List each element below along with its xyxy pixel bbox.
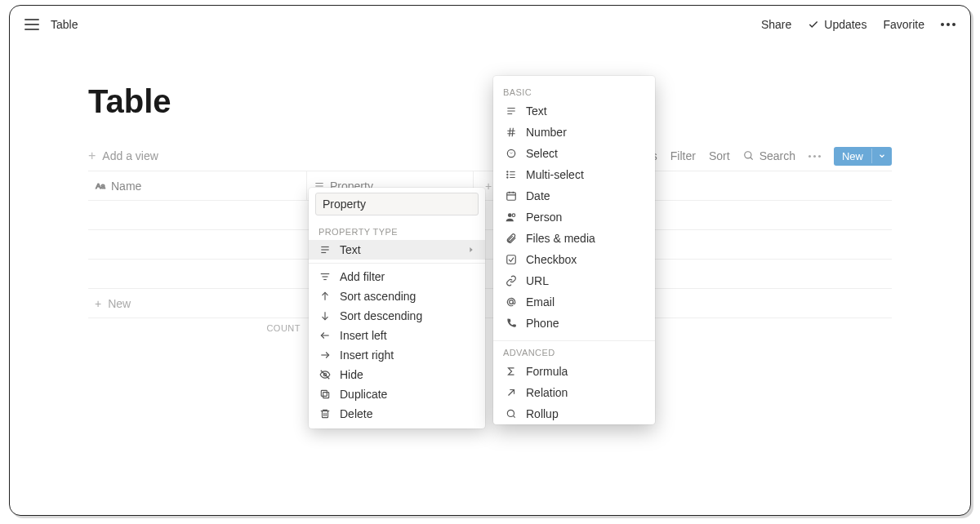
add-view-label: Add a view [102, 149, 158, 162]
svg-rect-19 [323, 393, 329, 398]
svg-line-1 [750, 158, 752, 160]
type-url[interactable]: URL [493, 270, 655, 291]
svg-line-30 [512, 128, 513, 137]
count-cell[interactable]: COUNT [88, 318, 307, 338]
select-icon [505, 148, 518, 159]
more-icon[interactable] [941, 23, 956, 26]
property-type-selector[interactable]: Text [309, 240, 485, 260]
topbar: Table Share Updates Favorite [10, 6, 970, 42]
title-icon: Aa [95, 180, 106, 192]
type-multi-select[interactable]: Multi-select [493, 164, 655, 185]
arrow-up-right-icon [505, 387, 518, 398]
column-name[interactable]: Aa Name [88, 171, 307, 200]
menu-item-label: Select [526, 147, 558, 160]
property-type-label: Text [340, 243, 361, 256]
type-email[interactable]: Email [493, 291, 655, 313]
plus-icon: + [88, 149, 96, 163]
svg-rect-21 [323, 411, 328, 418]
table-row[interactable] [88, 230, 892, 260]
type-date[interactable]: Date [493, 185, 655, 206]
plus-icon: + [485, 180, 492, 193]
property-type-submenu: BASIC Text Number Select Multi-select Da… [493, 76, 655, 424]
overflow-icon[interactable] [808, 155, 821, 158]
search-button[interactable]: Search [743, 149, 795, 162]
property-name-input[interactable] [315, 193, 479, 215]
menu-item-label: Number [526, 126, 567, 139]
sigma-icon [505, 366, 518, 377]
new-button-caret[interactable] [871, 149, 892, 163]
sort-button[interactable]: Sort [709, 149, 730, 162]
delete-item[interactable]: Delete [309, 404, 485, 424]
menu-item-label: Duplicate [340, 388, 387, 401]
app-window: Table Share Updates Favorite Table + Add… [9, 5, 971, 516]
share-button[interactable]: Share [761, 18, 791, 31]
svg-line-29 [510, 128, 510, 137]
sort-ascending-item[interactable]: Sort ascending [309, 286, 485, 306]
menu-item-label: Insert left [340, 329, 387, 342]
svg-point-43 [512, 214, 515, 217]
breadcrumb[interactable]: Table [51, 18, 78, 31]
menu-item-label: Insert right [340, 349, 394, 362]
type-checkbox[interactable]: Checkbox [493, 249, 655, 270]
type-relation[interactable]: Relation [493, 382, 655, 403]
svg-line-48 [513, 415, 514, 417]
views-toolbar: + Add a view rties Filter Sort Search Ne… [88, 141, 892, 171]
type-person[interactable]: Person [493, 206, 655, 228]
table-header-row: Aa Name Property + [88, 171, 892, 201]
type-rollup[interactable]: Rollup [493, 403, 655, 424]
separator [309, 263, 485, 264]
add-row-label: New [108, 297, 131, 310]
type-select[interactable]: Select [493, 143, 655, 164]
svg-point-35 [507, 171, 508, 172]
new-button-label: New [834, 147, 871, 166]
menu-item-label: Checkbox [526, 253, 577, 266]
menu-item-label: Relation [526, 386, 568, 399]
menu-item-label: Rollup [526, 407, 559, 420]
svg-rect-20 [321, 390, 327, 396]
insert-right-item[interactable]: Insert right [309, 345, 485, 365]
table-actions: rties Filter Sort Search New [635, 147, 892, 166]
search-icon [743, 150, 755, 162]
table-row[interactable] [88, 201, 892, 230]
svg-point-45 [510, 300, 514, 304]
type-text[interactable]: Text [493, 100, 655, 122]
add-filter-item[interactable]: Add filter [309, 267, 485, 286]
svg-rect-44 [507, 255, 516, 264]
svg-text:Aa: Aa [96, 181, 105, 189]
menu-item-label: Sort descending [340, 309, 422, 322]
page-title[interactable]: Table [88, 83, 892, 120]
plus-icon: + [95, 297, 101, 310]
menu-icon[interactable] [24, 19, 39, 30]
updates-label: Updates [824, 18, 866, 31]
type-number[interactable]: Number [493, 122, 655, 143]
insert-left-item[interactable]: Insert left [309, 326, 485, 345]
arrow-up-icon [318, 291, 332, 302]
separator [493, 340, 655, 341]
svg-point-36 [507, 174, 508, 175]
menu-item-label: Text [526, 104, 547, 118]
type-formula[interactable]: Formula [493, 361, 655, 382]
filter-button[interactable]: Filter [670, 149, 696, 162]
duplicate-item[interactable]: Duplicate [309, 384, 485, 404]
list-icon [505, 169, 518, 180]
trash-icon [318, 408, 332, 420]
type-phone[interactable]: Phone [493, 313, 655, 334]
sort-descending-item[interactable]: Sort descending [309, 306, 485, 326]
menu-item-label: Hide [340, 368, 363, 381]
advanced-section-label: ADVANCED [493, 348, 655, 361]
link-icon [505, 275, 518, 286]
table-row[interactable] [88, 260, 892, 289]
add-row-button[interactable]: + New [88, 289, 892, 318]
type-files[interactable]: Files & media [493, 228, 655, 249]
add-view-button[interactable]: + Add a view [88, 149, 158, 163]
updates-button[interactable]: Updates [808, 18, 866, 31]
hide-item[interactable]: Hide [309, 365, 485, 384]
new-button[interactable]: New [834, 147, 892, 166]
menu-item-label: Date [526, 189, 550, 202]
check-icon [808, 19, 819, 30]
favorite-button[interactable]: Favorite [883, 18, 924, 31]
at-icon [505, 296, 518, 308]
svg-marker-9 [470, 247, 472, 252]
menu-item-label: Files & media [526, 232, 595, 245]
column-name-label: Name [111, 180, 141, 193]
